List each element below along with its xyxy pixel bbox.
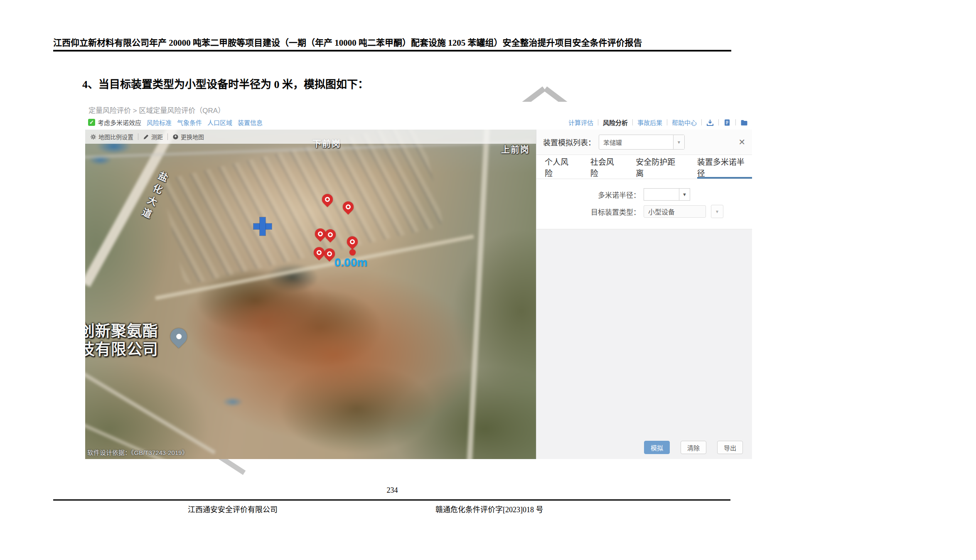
footer-company: 江西通安安全评价有限公司 — [188, 504, 278, 514]
export-button[interactable]: 导出 — [717, 441, 743, 454]
satellite-imagery — [85, 130, 536, 459]
app-main-area: 地图比例设置 测距 更换地图 下前岗 上前岗 盐化大道 创新聚氨酯 技有限公司 — [85, 130, 752, 459]
toolbar-separator — [718, 119, 719, 125]
header-rule — [53, 50, 731, 52]
device-list-selected-value: 苯储罐 — [599, 138, 673, 147]
tab-personal-risk[interactable]: 个人风险 — [545, 155, 576, 179]
change-basemap-label: 更换地图 — [181, 133, 204, 141]
map-control-separator — [138, 133, 138, 140]
toolbar-separator — [735, 119, 736, 125]
domino-radius-selected-swatch — [644, 188, 679, 201]
company-label-line1: 创新聚氨酯 — [85, 322, 158, 341]
simulation-panel: 装置模拟列表： 苯储罐 ▼ ✕ 个人风险 社会风险 安全防护距离 装置多米诺半径… — [536, 130, 752, 459]
toolbar-item-accident-consequence[interactable]: 事故后果 — [637, 118, 662, 127]
top-toolbar: 计算评估 风险分析 事故后果 帮助中心 — [568, 118, 748, 127]
panel-action-buttons: 模拟 清除 导出 — [644, 441, 743, 454]
link-weather-condition[interactable]: 气象条件 — [177, 118, 202, 127]
toolbar-item-risk-analysis[interactable]: 风险分析 — [603, 118, 628, 127]
section-heading: 4、当目标装置类型为小型设备时半径为 0 米，模拟图如下： — [82, 76, 369, 91]
chevron-down-icon[interactable]: ▼ — [673, 135, 684, 149]
domino-radius-select[interactable]: ▼ — [644, 188, 690, 201]
simulate-button[interactable]: 模拟 — [644, 441, 670, 454]
link-device-info[interactable]: 装置信息 — [238, 118, 263, 127]
footer-rule — [53, 499, 730, 501]
download-icon[interactable] — [706, 119, 714, 126]
map-scale-settings-label: 地图比例设置 — [98, 133, 133, 141]
device-list-label: 装置模拟列表： — [543, 137, 595, 147]
domino-radius-field-label: 多米诺半径： — [536, 189, 640, 200]
page-number: 234 — [53, 486, 731, 495]
company-label: 创新聚氨酯 技有限公司 — [85, 322, 158, 359]
toolbar-separator — [667, 119, 667, 125]
map-attribution: 软件设计依据：《GB/T37243-2019》 — [87, 448, 188, 457]
target-type-selected-value: 小型设备 — [644, 206, 706, 216]
device-list-select[interactable]: 苯储罐 ▼ — [599, 135, 685, 150]
panel-header: 装置模拟列表： 苯储罐 ▼ ✕ — [536, 130, 752, 155]
change-basemap-button[interactable]: 更换地图 — [172, 133, 204, 141]
toolbar-item-calc-evaluate[interactable]: 计算评估 — [568, 118, 593, 127]
form-row-target-type: 目标装置类型： 小型设备 ▼ — [536, 205, 752, 218]
qra-app-screenshot: 定量风险评价 > 区域定量风险评价（QRA） ✓ 考虑多米诺效应 风险标准 气象… — [85, 102, 752, 459]
tab-social-risk[interactable]: 社会风险 — [590, 155, 622, 179]
document-icon[interactable] — [723, 119, 731, 126]
toolbar-separator — [598, 119, 598, 125]
toolbar-separator — [701, 119, 702, 125]
toolbar-item-help-center[interactable]: 帮助中心 — [672, 118, 697, 127]
domino-effect-checkbox-label: 考虑多米诺效应 — [98, 118, 141, 127]
chevron-down-icon[interactable]: ▼ — [679, 188, 690, 201]
checkbox-checked-icon[interactable]: ✓ — [88, 119, 95, 126]
map-center-cross-icon — [253, 217, 272, 236]
company-label-line2: 技有限公司 — [85, 341, 158, 359]
breadcrumb: 定量风险评价 > 区域定量风险评价（QRA） — [89, 105, 225, 115]
toolbar-separator — [632, 119, 633, 125]
link-population-area[interactable]: 人口区域 — [207, 118, 232, 127]
link-risk-standard[interactable]: 风险标准 — [147, 118, 172, 127]
map-control-separator — [167, 133, 168, 140]
chevron-down-icon[interactable]: ▼ — [711, 205, 723, 218]
satellite-map[interactable]: 地图比例设置 测距 更换地图 下前岗 上前岗 盐化大道 创新聚氨酯 技有限公司 — [85, 130, 536, 459]
panel-tabs: 个人风险 社会风险 安全防护距离 装置多米诺半径 — [536, 155, 752, 179]
map-control-bar: 地图比例设置 测距 更换地图 — [85, 130, 536, 144]
form-row-domino-radius: 多米诺半径： ▼ — [536, 188, 752, 201]
domino-radius-dot — [349, 249, 356, 255]
map-scale-settings-button[interactable]: 地图比例设置 — [90, 133, 133, 141]
clear-button[interactable]: 清除 — [681, 441, 706, 454]
tab-device-domino-radius[interactable]: 装置多米诺半径 — [697, 155, 752, 179]
place-label-shangqiangang: 上前岗 — [501, 142, 530, 155]
domino-effect-checkbox-group[interactable]: ✓ 考虑多米诺效应 — [88, 118, 141, 127]
pencil-icon — [143, 134, 149, 140]
target-type-field-label: 目标装置类型： — [536, 206, 640, 217]
footer-certificate-number: 赣通危化条件评价字[2023]018 号 — [435, 504, 543, 514]
target-type-select[interactable]: 小型设备 — [644, 205, 706, 218]
options-row: ✓ 考虑多米诺效应 风险标准 气象条件 人口区域 装置信息 — [88, 118, 263, 127]
domino-radius-form: 多米诺半径： ▼ 目标装置类型： 小型设备 ▼ — [536, 179, 752, 229]
swap-map-icon — [172, 134, 179, 140]
document-header-title: 江西仰立新材料有限公司年产 20000 吨苯二甲胺等项目建设（一期（年产 100… — [53, 36, 731, 48]
gear-icon — [90, 134, 96, 140]
domino-radius-value: 0.00m — [334, 256, 367, 269]
measure-distance-label: 测距 — [151, 133, 163, 141]
measure-distance-button[interactable]: 测距 — [143, 133, 163, 141]
folder-icon[interactable] — [740, 119, 748, 126]
close-icon[interactable]: ✕ — [738, 137, 745, 147]
tab-safety-distance[interactable]: 安全防护距离 — [636, 155, 683, 179]
